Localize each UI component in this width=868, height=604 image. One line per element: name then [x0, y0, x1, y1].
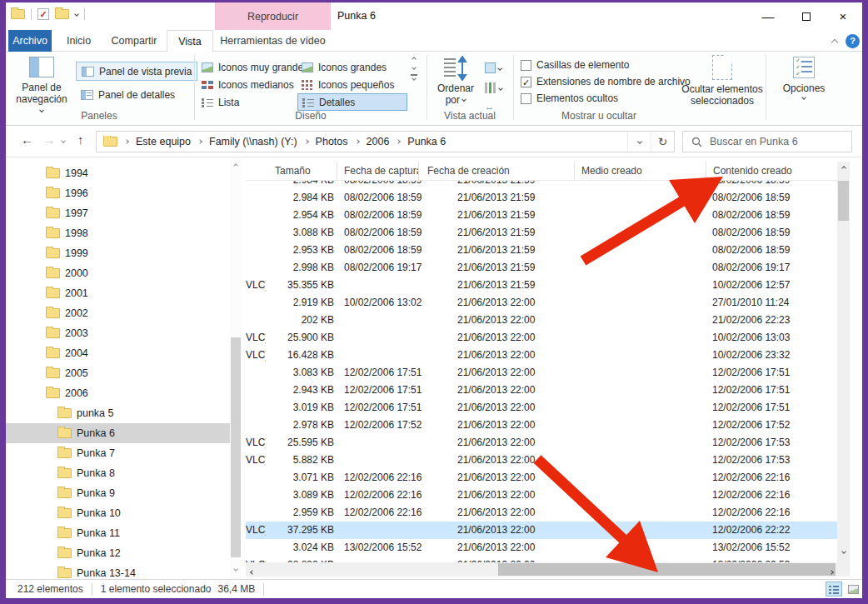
tree-item-punka-7[interactable]: Punka 7	[6, 443, 230, 463]
column-header-fecha-de-captura[interactable]: Fecha de captura	[337, 162, 419, 180]
tree-item-1996[interactable]: 1996	[6, 183, 230, 203]
file-row[interactable]: 3.088 KB08/02/2006 18:5921/06/2013 21:59…	[246, 224, 837, 242]
close-button[interactable]: ×	[824, 2, 862, 30]
file-row[interactable]: 2.959 KB12/02/2006 22:1621/06/2013 22:00…	[246, 504, 837, 522]
hide-selected-items-button[interactable]: Ocultar elementos seleccionados	[681, 55, 764, 107]
tab-herramientas-de-video[interactable]: Herramientas de vídeo	[215, 30, 331, 52]
breadcrumb-item[interactable]: Este equipo	[136, 136, 191, 147]
sort-by-button[interactable]: Ordenar por	[432, 56, 480, 106]
file-row[interactable]: VLC)25.595 KB21/06/2013 22:0012/02/2006 …	[246, 434, 837, 452]
tree-item-2000[interactable]: 2000	[6, 263, 230, 283]
list-scroll-thumb[interactable]	[838, 181, 849, 221]
file-row[interactable]: VLC)16.428 KB21/06/2013 22:0010/02/2006 …	[246, 347, 837, 364]
refresh-button[interactable]: ↻	[651, 132, 674, 152]
breadcrumb-item[interactable]: Photos	[316, 136, 348, 147]
file-row[interactable]: 2.998 KB08/02/2006 19:1721/06/2013 21:59…	[246, 259, 837, 277]
help-icon[interactable]: ?	[846, 34, 860, 48]
preview-pane-button[interactable]: Panel de vista previa	[76, 62, 197, 81]
tree-item-1997[interactable]: 1997	[6, 203, 230, 223]
sidebar-scrollbar[interactable]	[230, 157, 242, 579]
tree-item-2004[interactable]: 2004	[6, 343, 230, 363]
breadcrumb-separator-icon[interactable]	[124, 139, 129, 144]
tree-item-punka-5[interactable]: punka 5	[6, 403, 230, 423]
tree-item-punka-6[interactable]: Punka 6	[6, 423, 230, 443]
address-box[interactable]: Este equipoFamily (\\nash) (Y:)Photos200…	[96, 131, 675, 152]
tab-compartir[interactable]: Compartir	[104, 30, 164, 52]
breadcrumb-item[interactable]: Family (\\nash) (Y:)	[209, 136, 297, 147]
file-row[interactable]: 2.943 KB12/02/2006 17:5121/06/2013 22:00…	[246, 382, 837, 399]
file-row[interactable]: VLC)35.355 KB21/06/2013 21:5910/02/2006 …	[246, 277, 837, 294]
address-dropdown-button[interactable]	[627, 132, 651, 152]
view-option-detalles[interactable]: Detalles	[297, 93, 407, 111]
column-header-medio-creado[interactable]: Medio creado	[575, 162, 706, 180]
file-row[interactable]: 2.953 KB08/02/2006 18:5921/06/2013 21:59…	[246, 242, 837, 259]
details-pane-button[interactable]: Panel de detalles	[76, 85, 180, 104]
file-row[interactable]: 3.089 KB12/02/2006 22:1621/06/2013 22:00…	[246, 487, 837, 504]
checkbox-extensiones-de-nombre-de-archivo[interactable]: ✓Extensiones de nombre de archivo	[521, 74, 691, 89]
file-row[interactable]: VLC)37.295 KB21/06/2013 22:0012/02/2006 …	[246, 522, 837, 539]
checkbox-casillas-de-elemento[interactable]: Casillas de elemento	[521, 57, 629, 72]
scroll-left-icon[interactable]	[250, 570, 255, 575]
scroll-up-icon[interactable]	[841, 166, 846, 171]
file-row[interactable]: 2.984 KB08/02/2006 18:5921/06/2013 21:59…	[246, 181, 837, 189]
breadcrumb-item[interactable]: 2006	[367, 136, 390, 147]
file-row[interactable]: 2.978 KB12/02/2006 17:5221/06/2013 22:00…	[246, 417, 837, 434]
add-columns-button[interactable]	[480, 78, 507, 97]
maximize-button[interactable]	[787, 2, 826, 30]
tree-item-punka-12[interactable]: Punka 12	[6, 543, 230, 563]
view-option-lista[interactable]: Lista	[197, 93, 294, 111]
tree-item-2005[interactable]: 2005	[6, 363, 230, 383]
forward-button[interactable]: →	[42, 132, 55, 147]
tab-vista[interactable]: Vista	[167, 30, 213, 52]
column-header-contenido-creado[interactable]: Contenido creado	[706, 162, 839, 180]
breadcrumb-separator-icon[interactable]	[197, 139, 202, 144]
file-row[interactable]: VLC)25.900 KB21/06/2013 22:0010/02/2006 …	[246, 329, 837, 347]
sidebar-scroll-thumb[interactable]	[231, 337, 241, 557]
tree-item-1998[interactable]: 1998	[6, 223, 230, 243]
properties-check-icon[interactable]: ✓	[37, 8, 49, 20]
tree-item-1999[interactable]: 1999	[6, 243, 230, 263]
tree-item-punka-11[interactable]: Punka 11	[6, 523, 230, 543]
file-row[interactable]: VLC)28.832 KB21/06/2013 22:0013/02/2006 …	[246, 557, 837, 562]
options-button[interactable]: Opciones	[779, 57, 829, 99]
gallery-more-icon[interactable]	[411, 74, 417, 80]
file-row[interactable]: 3.083 KB12/02/2006 17:5121/06/2013 22:00…	[246, 364, 837, 382]
tree-item-punka-13-14[interactable]: Punka 13-14	[6, 563, 230, 579]
file-row[interactable]: 2.954 KB08/02/2006 18:5921/06/2013 21:59…	[246, 207, 837, 224]
file-row[interactable]: 202 KB21/06/2013 22:0021/02/2006 22:23	[246, 312, 837, 329]
tree-item-2002[interactable]: 2002	[6, 303, 230, 323]
view-option-iconos-medianos[interactable]: Iconos medianos	[197, 76, 294, 93]
breadcrumb-separator-icon[interactable]	[355, 139, 360, 144]
scroll-down-icon[interactable]	[841, 549, 846, 554]
folder-icon[interactable]	[11, 9, 25, 19]
collapse-ribbon-chevron-icon[interactable]	[831, 39, 838, 46]
view-option-iconos-grandes[interactable]: Iconos grandes	[297, 58, 407, 76]
column-header-fecha-de-creación[interactable]: Fecha de creación	[419, 162, 575, 180]
search-box[interactable]: Buscar en Punka 6	[682, 131, 852, 152]
file-row[interactable]: VLC)5.882 KB21/06/2013 22:0012/02/2006 1…	[246, 452, 837, 469]
file-row[interactable]: 3.019 KB12/02/2006 17:5121/06/2013 22:00…	[246, 399, 837, 417]
gallery-down-icon[interactable]	[412, 65, 417, 70]
file-row[interactable]: 2.984 KB08/02/2006 18:5921/06/2013 21:59…	[246, 189, 837, 207]
breadcrumb-separator-icon[interactable]	[397, 139, 402, 144]
qat-customize-chevron-icon[interactable]	[74, 12, 79, 17]
details-view-toggle[interactable]	[826, 582, 842, 597]
tree-item-punka-9[interactable]: Punka 9	[6, 483, 230, 503]
new-folder-icon[interactable]	[55, 9, 69, 19]
list-vertical-scrollbar[interactable]	[837, 162, 850, 562]
scroll-up-icon[interactable]	[233, 163, 238, 168]
file-row[interactable]: 3.024 KB13/02/2006 15:5221/06/2013 22:00…	[246, 539, 837, 557]
tree-item-2001[interactable]: 2001	[6, 283, 230, 303]
file-row[interactable]: 2.919 KB10/02/2006 13:0221/06/2013 22:00…	[246, 294, 837, 312]
minimize-button[interactable]: —	[749, 2, 787, 30]
breadcrumb-separator-icon[interactable]	[304, 139, 309, 144]
view-option-iconos-pequeños[interactable]: Iconos pequeños	[297, 76, 407, 93]
checkbox-elementos-ocultos[interactable]: Elementos ocultos	[521, 91, 618, 106]
tree-item-punka-10[interactable]: Punka 10	[6, 503, 230, 523]
up-button[interactable]: ↑	[77, 132, 84, 147]
scroll-down-icon[interactable]	[233, 567, 238, 572]
recent-locations-chevron-icon[interactable]	[61, 138, 66, 143]
tree-item-punka-8[interactable]: Punka 8	[6, 463, 230, 483]
back-button[interactable]: ←	[21, 132, 33, 147]
column-header-tamaño[interactable]: Tamaño	[246, 162, 337, 180]
